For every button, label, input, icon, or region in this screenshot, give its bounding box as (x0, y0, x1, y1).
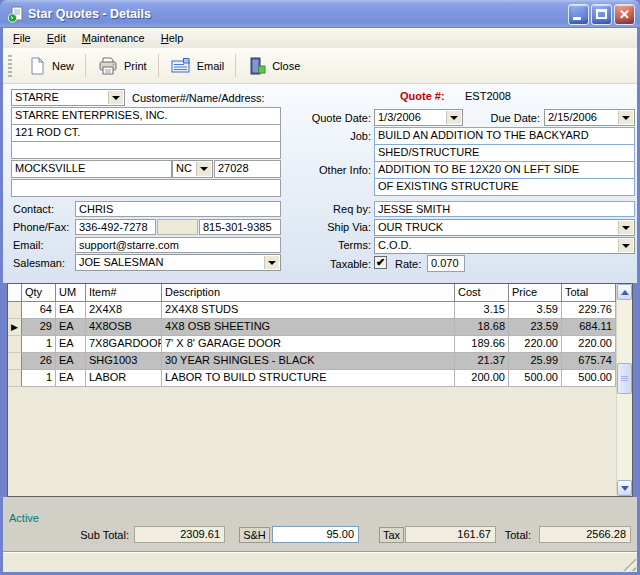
row-selector[interactable] (8, 336, 22, 353)
minimize-button[interactable] (568, 4, 589, 25)
cell-cost[interactable]: 21.37 (455, 353, 509, 370)
table-row[interactable]: ▶29EA4X8OSB4X8 OSB SHEETING18.6823.59684… (8, 319, 616, 336)
row-selector[interactable]: ▶ (8, 319, 22, 336)
dropdown-arrow-button[interactable] (196, 162, 211, 176)
zip-field[interactable]: 27028 (214, 160, 281, 178)
job-line2-field[interactable]: SHED/STRUCTURE (374, 144, 635, 162)
cell-total[interactable]: 220.00 (562, 336, 616, 353)
menu-maintenance[interactable]: Maintenance (74, 30, 153, 46)
state-dropdown[interactable]: NC (172, 160, 213, 178)
cell-item[interactable]: 7X8GARDOOR (86, 336, 162, 353)
email-field[interactable]: support@starre.com (75, 237, 281, 253)
cell-price[interactable]: 500.00 (509, 370, 562, 387)
cell-desc[interactable]: 2X4X8 STUDS (162, 302, 455, 319)
toolbar-grip[interactable] (8, 55, 12, 77)
scrollbar-down-button[interactable] (617, 480, 632, 496)
customer-name-field[interactable]: STARRE ENTERPRISES, INC. (11, 107, 281, 125)
salesman-dropdown[interactable]: JOE SALESMAN (75, 254, 281, 271)
cell-qty[interactable]: 64 (22, 302, 56, 319)
cell-item[interactable]: 2X4X8 (86, 302, 162, 319)
cell-item[interactable]: LABOR (86, 370, 162, 387)
scrollbar-thumb[interactable] (617, 363, 632, 394)
table-row[interactable]: 1EALABORLABOR TO BUILD STRUCTURE200.0050… (8, 370, 616, 387)
cell-price[interactable]: 23.59 (509, 319, 562, 336)
chevron-down-icon (622, 244, 630, 248)
table-row[interactable]: 1EA7X8GARDOOR7' X 8' GARAGE DOOR189.6622… (8, 336, 616, 353)
cell-total[interactable]: 684.11 (562, 319, 616, 336)
menu-file[interactable]: File (5, 30, 39, 46)
dropdown-arrow-button[interactable] (618, 221, 633, 234)
cell-desc[interactable]: 4X8 OSB SHEETING (162, 319, 455, 336)
menu-help[interactable]: Help (153, 30, 192, 46)
row-selector[interactable] (8, 353, 22, 370)
terms-dropdown[interactable]: C.O.D. (374, 237, 635, 254)
rate-field[interactable]: 0.070 (427, 255, 465, 272)
cell-qty[interactable]: 26 (22, 353, 56, 370)
grid-vertical-scrollbar[interactable] (616, 284, 632, 496)
cell-um[interactable]: EA (56, 336, 86, 353)
cell-cost[interactable]: 18.68 (455, 319, 509, 336)
quote-date-dropdown[interactable]: 1/3/2006 (374, 109, 463, 126)
total-field: 2566.28 (539, 526, 631, 543)
column-header-qty: Qty (22, 284, 56, 302)
column-header-description: Description (162, 284, 455, 302)
cell-cost[interactable]: 189.66 (455, 336, 509, 353)
table-row[interactable]: 26EASHG100330 YEAR SHINGLES - BLACK21.37… (8, 353, 616, 370)
resize-grip[interactable] (623, 558, 636, 571)
print-button[interactable]: Print (88, 53, 156, 79)
other-info-line1-field[interactable]: ADDITION TO BE 12X20 ON LEFT SIDE (374, 161, 635, 179)
dropdown-arrow-button[interactable] (618, 111, 633, 124)
close-button[interactable]: ✕ (614, 4, 635, 25)
due-date-dropdown[interactable]: 2/15/2006 (544, 109, 635, 126)
cell-um[interactable]: EA (56, 370, 86, 387)
cell-total[interactable]: 229.76 (562, 302, 616, 319)
address1-field[interactable]: 121 ROD CT. (11, 124, 281, 142)
cell-desc[interactable]: LABOR TO BUILD STRUCTURE (162, 370, 455, 387)
customer-id-dropdown[interactable]: STARRE (11, 89, 125, 106)
dropdown-arrow-button[interactable] (618, 239, 633, 252)
job-line1-field[interactable]: BUILD AN ADDITION TO THE BACKYARD (374, 127, 635, 145)
address2-field[interactable] (11, 141, 281, 159)
cell-price[interactable]: 3.59 (509, 302, 562, 319)
ship-via-dropdown[interactable]: OUR TRUCK (374, 219, 635, 236)
fax-field[interactable]: 815-301-9385 (199, 219, 281, 235)
cell-desc[interactable]: 30 YEAR SHINGLES - BLACK (162, 353, 455, 370)
contact-field[interactable]: CHRIS (75, 201, 281, 217)
total-label: Total: (487, 529, 531, 541)
cell-um[interactable]: EA (56, 319, 86, 336)
cell-qty[interactable]: 29 (22, 319, 56, 336)
title-bar[interactable]: Star Quotes - Details ✕ (0, 0, 640, 28)
table-row[interactable]: 64EA2X4X82X4X8 STUDS3.153.59229.76 (8, 302, 616, 319)
cell-item[interactable]: SHG1003 (86, 353, 162, 370)
cell-qty[interactable]: 1 (22, 336, 56, 353)
address3-field[interactable] (11, 179, 281, 197)
maximize-button[interactable] (591, 4, 612, 25)
row-selector[interactable] (8, 302, 22, 319)
new-button[interactable]: New (18, 53, 83, 79)
cell-cost[interactable]: 200.00 (455, 370, 509, 387)
cell-um[interactable]: EA (56, 302, 86, 319)
other-info-line2-field[interactable]: OF EXISTING STRUCTURE (374, 178, 635, 196)
dropdown-arrow-button[interactable] (108, 91, 123, 104)
phone-field[interactable]: 336-492-7278 (75, 219, 156, 235)
cell-total[interactable]: 675.74 (562, 353, 616, 370)
column-header-cost: Cost (455, 284, 509, 302)
cell-desc[interactable]: 7' X 8' GARAGE DOOR (162, 336, 455, 353)
cell-qty[interactable]: 1 (22, 370, 56, 387)
scrollbar-up-button[interactable] (617, 284, 632, 300)
close-window-button[interactable]: Close (238, 53, 309, 79)
cell-item[interactable]: 4X8OSB (86, 319, 162, 336)
cell-cost[interactable]: 3.15 (455, 302, 509, 319)
req-by-field[interactable]: JESSE SMITH (374, 201, 635, 217)
menu-edit[interactable]: Edit (39, 30, 74, 46)
cell-price[interactable]: 25.99 (509, 353, 562, 370)
shipping-handling-field[interactable]: 95.00 (272, 526, 359, 543)
dropdown-arrow-button[interactable] (264, 256, 279, 269)
row-selector[interactable] (8, 370, 22, 387)
cell-um[interactable]: EA (56, 353, 86, 370)
cell-total[interactable]: 500.00 (562, 370, 616, 387)
city-field[interactable]: MOCKSVILLE (11, 160, 172, 178)
taxable-checkbox[interactable]: ✔ (374, 256, 387, 269)
email-button[interactable]: Email (161, 54, 234, 78)
cell-price[interactable]: 220.00 (509, 336, 562, 353)
